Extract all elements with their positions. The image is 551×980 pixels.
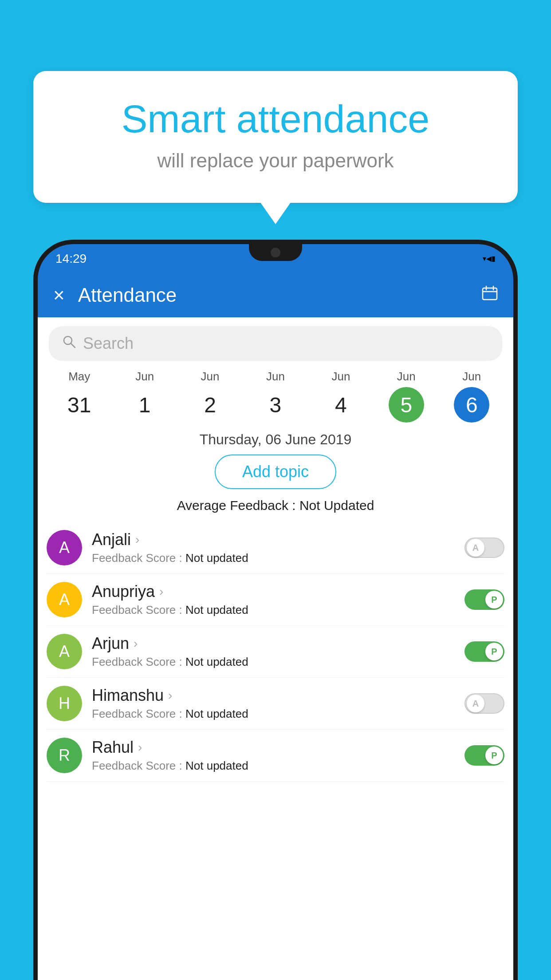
student-feedback: Feedback Score : Not updated xyxy=(92,707,464,721)
chevron-right-icon: › xyxy=(138,740,142,755)
date-cell[interactable]: Jun4 xyxy=(308,370,374,423)
student-avatar: R xyxy=(47,738,82,773)
student-item[interactable]: RRahul ›Feedback Score : Not updatedP xyxy=(47,730,504,782)
date-row: May31Jun1Jun2Jun3Jun4Jun5Jun6 xyxy=(38,370,513,423)
phone-inner: 14:29 ▾◀▮ × Attendance xyxy=(38,244,513,980)
avg-feedback: Average Feedback : Not Updated xyxy=(38,498,513,522)
date-number[interactable]: 31 xyxy=(62,387,97,423)
avg-feedback-label: Average Feedback : xyxy=(177,498,299,513)
feedback-value: Not updated xyxy=(185,655,248,668)
date-number[interactable]: 3 xyxy=(258,387,293,423)
phone-frame: 14:29 ▾◀▮ × Attendance xyxy=(33,240,518,980)
student-name: Arjun › xyxy=(92,634,464,653)
student-avatar: A xyxy=(47,634,82,669)
student-item[interactable]: HHimanshu ›Feedback Score : Not updatedA xyxy=(47,678,504,730)
toggle-knob: P xyxy=(485,643,503,660)
date-cell[interactable]: Jun3 xyxy=(243,370,308,423)
student-item[interactable]: AAnupriya ›Feedback Score : Not updatedP xyxy=(47,574,504,626)
student-feedback: Feedback Score : Not updated xyxy=(92,551,464,565)
student-info: Anupriya ›Feedback Score : Not updated xyxy=(92,582,464,617)
date-month: Jun xyxy=(177,370,243,383)
date-cell[interactable]: Jun2 xyxy=(177,370,243,423)
attendance-toggle[interactable]: P xyxy=(464,641,504,662)
chevron-right-icon: › xyxy=(168,688,172,703)
student-feedback: Feedback Score : Not updated xyxy=(92,759,464,773)
svg-line-5 xyxy=(71,344,75,348)
feedback-value: Not updated xyxy=(185,603,248,616)
toggle-knob: A xyxy=(467,695,484,712)
chevron-right-icon: › xyxy=(159,585,163,599)
feedback-value: Not updated xyxy=(185,759,248,772)
student-avatar: H xyxy=(47,686,82,721)
search-icon xyxy=(62,335,76,352)
chevron-right-icon: › xyxy=(135,533,139,547)
svg-rect-0 xyxy=(483,288,497,300)
feedback-value: Not updated xyxy=(185,551,248,565)
date-cell[interactable]: Jun5 xyxy=(374,370,439,423)
wifi-icon: ▾◀▮ xyxy=(483,254,496,263)
student-info: Himanshu ›Feedback Score : Not updated xyxy=(92,686,464,721)
chevron-right-icon: › xyxy=(134,636,138,651)
student-list: AAnjali ›Feedback Score : Not updatedAAA… xyxy=(38,522,513,782)
attendance-toggle[interactable]: A xyxy=(464,537,504,558)
close-button[interactable]: × xyxy=(53,285,65,305)
date-month: May xyxy=(47,370,112,383)
toggle-knob: P xyxy=(485,591,503,609)
date-number[interactable]: 6 xyxy=(454,387,489,423)
date-month: Jun xyxy=(308,370,374,383)
student-name: Anjali › xyxy=(92,530,464,549)
status-time: 14:29 xyxy=(55,252,87,266)
attendance-toggle[interactable]: P xyxy=(464,589,504,610)
student-item[interactable]: AArjun ›Feedback Score : Not updatedP xyxy=(47,626,504,678)
student-avatar: A xyxy=(47,582,82,617)
add-topic-button[interactable]: Add topic xyxy=(215,454,336,489)
toggle-knob: P xyxy=(485,747,503,764)
speech-bubble-title: Smart attendance xyxy=(55,98,496,141)
speech-bubble-subtitle: will replace your paperwork xyxy=(55,150,496,172)
date-cell[interactable]: May31 xyxy=(47,370,112,423)
student-info: Arjun ›Feedback Score : Not updated xyxy=(92,634,464,669)
app-title: Attendance xyxy=(78,284,482,306)
search-bar[interactable]: Search xyxy=(49,326,502,361)
app-header: × Attendance xyxy=(38,273,513,317)
toggle-knob: A xyxy=(467,539,484,557)
student-feedback: Feedback Score : Not updated xyxy=(92,603,464,617)
date-month: Jun xyxy=(374,370,439,383)
attendance-toggle[interactable]: A xyxy=(464,693,504,714)
student-name: Himanshu › xyxy=(92,686,464,705)
date-cell[interactable]: Jun1 xyxy=(112,370,177,423)
date-month: Jun xyxy=(243,370,308,383)
phone-content: Search May31Jun1Jun2Jun3Jun4Jun5Jun6 Thu… xyxy=(38,317,513,980)
student-name: Anupriya › xyxy=(92,582,464,601)
student-avatar: A xyxy=(47,530,82,565)
date-cell[interactable]: Jun6 xyxy=(439,370,504,423)
speech-bubble: Smart attendance will replace your paper… xyxy=(33,71,518,203)
front-camera xyxy=(271,248,280,257)
feedback-value: Not updated xyxy=(185,707,248,720)
student-name: Rahul › xyxy=(92,738,464,757)
phone-notch xyxy=(249,244,302,261)
student-info: Rahul ›Feedback Score : Not updated xyxy=(92,738,464,773)
student-feedback: Feedback Score : Not updated xyxy=(92,655,464,669)
date-number[interactable]: 2 xyxy=(193,387,228,423)
date-number[interactable]: 1 xyxy=(127,387,162,423)
calendar-icon[interactable] xyxy=(482,285,498,305)
attendance-toggle[interactable]: P xyxy=(464,745,504,766)
status-icons: ▾◀▮ xyxy=(483,254,496,263)
student-info: Anjali ›Feedback Score : Not updated xyxy=(92,530,464,565)
selected-date-display: Thursday, 06 June 2019 xyxy=(38,423,513,454)
search-input[interactable]: Search xyxy=(83,334,134,353)
avg-feedback-value: Not Updated xyxy=(299,498,374,513)
date-month: Jun xyxy=(112,370,177,383)
date-number[interactable]: 5 xyxy=(389,387,424,423)
student-item[interactable]: AAnjali ›Feedback Score : Not updatedA xyxy=(47,522,504,574)
date-month: Jun xyxy=(439,370,504,383)
date-number[interactable]: 4 xyxy=(323,387,358,423)
